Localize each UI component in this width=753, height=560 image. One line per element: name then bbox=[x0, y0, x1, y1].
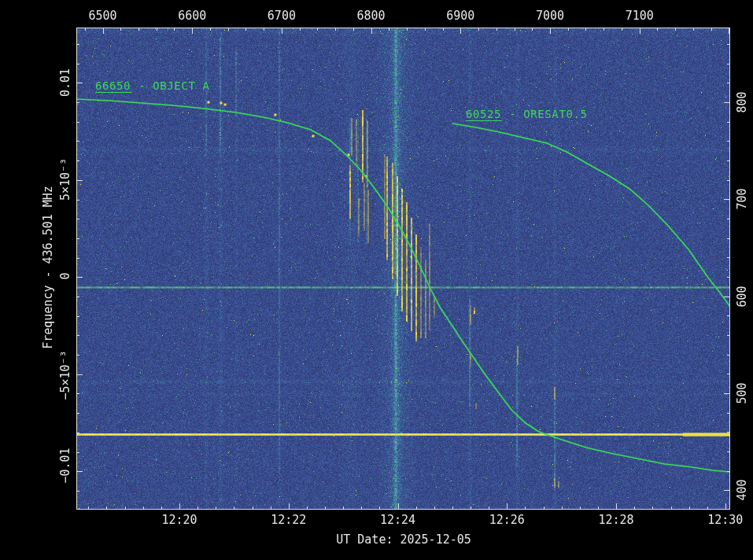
spectrogram-window: 650066006700680069007000710012:2012:2212… bbox=[0, 0, 753, 560]
spectrogram-plot[interactable] bbox=[0, 0, 753, 560]
